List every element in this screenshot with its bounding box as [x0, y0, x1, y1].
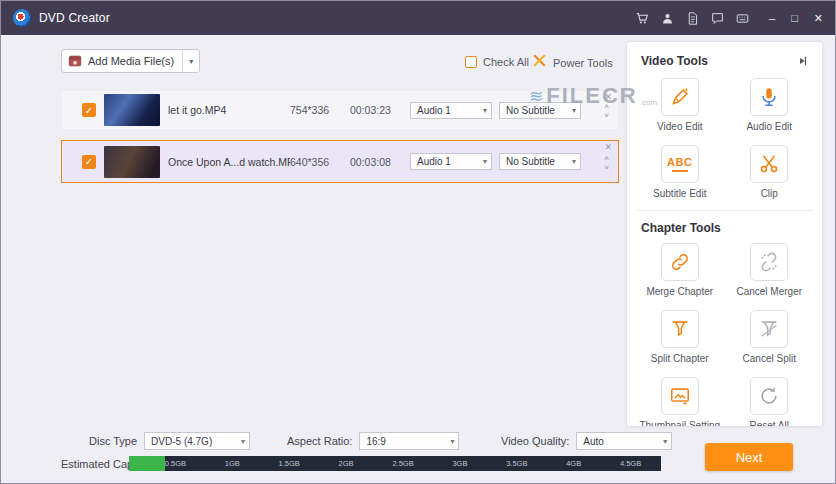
audio-select[interactable]: Audio 1 ▾ [410, 102, 492, 119]
remove-file-icon[interactable]: ✕ [604, 93, 612, 102]
reset-all-icon [750, 377, 788, 415]
file-resolution: 640*356 [290, 156, 350, 168]
audio-select[interactable]: Audio 1 ▾ [410, 153, 492, 170]
capacity-tick: 3.5GB [488, 459, 545, 468]
app-window: DVD Creator – □ ✕ [0, 0, 836, 484]
check-all-checkbox[interactable] [465, 56, 477, 68]
capacity-meter: 0.5GB 1GB 1.5GB 2GB 2.5GB 3GB 3.5GB 4GB … [129, 456, 661, 471]
clip-icon [750, 145, 788, 183]
remove-file-icon[interactable]: ✕ [604, 143, 612, 152]
merge-chapter-icon [661, 243, 699, 281]
titlebar-menu-icons [636, 12, 749, 25]
file-duration: 00:03:08 [350, 156, 410, 168]
app-logo-icon [13, 9, 31, 27]
feedback-icon[interactable] [711, 12, 724, 25]
split-chapter-icon [661, 310, 699, 348]
power-tools-icon [532, 53, 547, 72]
maximize-button[interactable]: □ [791, 13, 798, 24]
chapter-tools-title: Chapter Tools [641, 221, 721, 235]
tool-clip[interactable]: Clip [725, 145, 815, 200]
media-row[interactable]: ✓ let it go.MP4 754*336 00:03:23 Audio 1… [61, 90, 619, 130]
video-quality-select[interactable]: Auto ▾ [576, 432, 672, 450]
file-name: let it go.MP4 [168, 104, 290, 116]
row-checkbox[interactable]: ✓ [82, 155, 96, 169]
tool-reset-all[interactable]: Reset All [725, 377, 815, 427]
chevron-down-icon: ▾ [663, 437, 667, 446]
audio-edit-icon [750, 78, 788, 116]
chevron-down-icon: ▾ [241, 437, 245, 446]
move-down-icon[interactable]: ˅ [604, 112, 609, 120]
add-media-icon [62, 54, 88, 68]
tool-cancel-merger[interactable]: Cancel Merger [725, 243, 815, 298]
tool-subtitle-edit[interactable]: ABC Subtitle Edit [635, 145, 725, 200]
video-thumbnail [104, 94, 160, 126]
capacity-tick: 1GB [204, 459, 261, 468]
video-edit-icon [661, 78, 699, 116]
tool-merge-chapter[interactable]: Merge Chapter [635, 243, 725, 298]
capacity-scale: 0.5GB 1GB 1.5GB 2GB 2.5GB 3GB 3.5GB 4GB … [129, 456, 661, 471]
tool-thumbnail-setting[interactable]: Thumbnail Setting [635, 377, 725, 427]
titlebar: DVD Creator – □ ✕ [1, 1, 835, 35]
video-quality-label: Video Quality: [501, 435, 569, 447]
thumbnail-setting-icon [661, 377, 699, 415]
cart-icon[interactable] [636, 12, 649, 25]
capacity-tick: 2GB [318, 459, 375, 468]
chevron-down-icon: ▾ [183, 57, 199, 66]
main-content: Add Media File(s) ▾ Check All Power Tool… [1, 35, 835, 483]
tool-audio-edit[interactable]: Audio Edit [725, 78, 815, 133]
power-tools-button[interactable]: Power Tools [532, 53, 613, 72]
chevron-down-icon: ▾ [572, 157, 576, 166]
capacity-tick: 3GB [431, 459, 488, 468]
next-button[interactable]: Next [705, 443, 793, 471]
tool-split-chapter[interactable]: Split Chapter [635, 310, 725, 365]
window-controls: – □ ✕ [769, 13, 823, 24]
chevron-down-icon: ▾ [572, 106, 576, 115]
video-thumbnail [104, 146, 160, 178]
chevron-down-icon: ▾ [483, 106, 487, 115]
tools-panel: Video Tools Video Edit Audio Edit [626, 41, 823, 427]
aspect-ratio-label: Aspect Ratio: [287, 435, 352, 447]
video-tools-title: Video Tools [641, 54, 708, 68]
capacity-tick: 0.5GB [147, 459, 204, 468]
subtitle-edit-icon: ABC [661, 145, 699, 183]
move-down-icon[interactable]: ˅ [604, 164, 609, 172]
collapse-pin-icon[interactable] [798, 52, 808, 70]
chevron-down-icon: ▾ [450, 437, 454, 446]
minimize-button[interactable]: – [769, 13, 775, 24]
file-duration: 00:03:23 [350, 104, 410, 116]
check-all[interactable]: Check All [465, 56, 529, 68]
close-button[interactable]: ✕ [814, 13, 823, 24]
file-name: Once Upon A...d watch.MP4 [168, 156, 290, 168]
disc-type-label: Disc Type [89, 435, 137, 447]
move-up-icon[interactable]: ˄ [604, 103, 609, 111]
media-row[interactable]: ✓ Once Upon A...d watch.MP4 640*356 00:0… [61, 140, 619, 183]
document-icon[interactable] [686, 12, 699, 25]
chevron-down-icon: ▾ [483, 157, 487, 166]
subtitle-select[interactable]: No Subtitle ▾ [499, 102, 581, 119]
capacity-tick: 1.5GB [261, 459, 318, 468]
app-title: DVD Creator [39, 11, 110, 25]
file-resolution: 754*336 [290, 104, 350, 116]
account-icon[interactable] [661, 12, 674, 25]
tool-cancel-split[interactable]: Cancel Split [725, 310, 815, 365]
cancel-merger-icon [750, 243, 788, 281]
row-checkbox[interactable]: ✓ [82, 103, 96, 117]
move-up-icon[interactable]: ˄ [604, 155, 609, 163]
capacity-tick: 4.5GB [602, 459, 659, 468]
keyboard-icon[interactable] [736, 12, 749, 25]
add-media-label: Add Media File(s) [88, 55, 182, 67]
disc-type-select[interactable]: DVD-5 (4.7G) ▾ [144, 432, 250, 450]
capacity-tick: 2.5GB [375, 459, 432, 468]
tool-video-edit[interactable]: Video Edit [635, 78, 725, 133]
capacity-tick: 4GB [545, 459, 602, 468]
aspect-ratio-select[interactable]: 16:9 ▾ [359, 432, 459, 450]
add-media-button[interactable]: Add Media File(s) ▾ [61, 49, 200, 73]
cancel-split-icon [750, 310, 788, 348]
subtitle-select[interactable]: No Subtitle ▾ [499, 153, 581, 170]
